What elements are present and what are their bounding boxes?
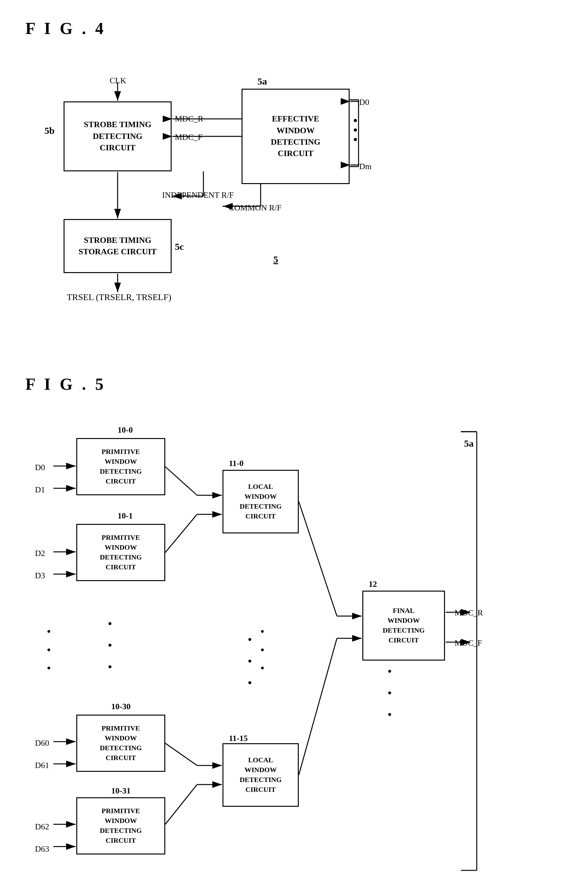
clk-label: CLK — [110, 76, 126, 86]
mid-dots-left: ••• — [108, 613, 112, 678]
dm-label: Dm — [359, 162, 372, 171]
primitive-window-1-box: PRIMITIVEWINDOWDETECTINGCIRCUIT — [76, 524, 165, 581]
primitive-window-31-box: PRIMITIVEWINDOWDETECTINGCIRCUIT — [76, 797, 165, 855]
mid-dots-right: ••• — [248, 629, 252, 694]
local-window-15-box: LOCALWINDOWDETECTINGCIRCUIT — [222, 743, 299, 807]
fig4-label: F I G . 4 — [26, 19, 562, 38]
final-window-box: FINALWINDOWDETECTINGCIRCUIT — [362, 591, 445, 661]
local-window-0-box: LOCALWINDOWDETECTINGCIRCUIT — [222, 470, 299, 533]
fig5-d2: D2 — [35, 549, 45, 558]
fig5-d62: D62 — [35, 822, 49, 832]
fig5-d61: D61 — [35, 761, 49, 770]
fig5-ref-10-31: 10-31 — [111, 786, 130, 796]
vertical-dots-1: ••• — [47, 622, 51, 677]
fig5-d1: D1 — [35, 485, 45, 495]
svg-point-16 — [354, 128, 357, 132]
figure-5: F I G . 5 PRIMITIVEWINDOWDETECTINGCIRCUI… — [26, 375, 562, 885]
vertical-dots-2: ••• — [261, 622, 264, 677]
ref-5c: 5c — [175, 241, 184, 252]
fig5-ref-5a: 5a — [464, 438, 474, 449]
figure-4: F I G . 4 STROBE TIMINGDETECTINGCIRCUIT … — [26, 19, 562, 337]
fig5-mdc-r: MDC_R — [454, 608, 483, 618]
d0-label: D0 — [359, 98, 369, 107]
common-rf-label: COMMON R/F — [229, 203, 281, 213]
fig5-area: PRIMITIVEWINDOWDETECTINGCIRCUIT PRIMITIV… — [26, 406, 534, 885]
svg-point-17 — [354, 138, 357, 141]
fig5-ref-10-0: 10-0 — [118, 425, 133, 435]
fig5-mdc-f: MDC_F — [454, 638, 482, 648]
fig5-label: F I G . 5 — [26, 375, 562, 393]
effective-window-detecting-box: EFFECTIVEWINDOWDETECTINGCIRCUIT — [242, 89, 350, 184]
strobe-timing-storage-box: STROBE TIMINGSTORAGE CIRCUIT — [64, 219, 172, 273]
fig5-ref-10-1: 10-1 — [118, 511, 133, 521]
ref-5a: 5a — [258, 76, 267, 87]
mid-dots-final: ••• — [388, 661, 392, 725]
svg-line-37 — [165, 743, 197, 765]
fig5-ref-11-0: 11-0 — [229, 459, 243, 468]
fig5-d60: D60 — [35, 738, 49, 748]
fig5-ref-10-30: 10-30 — [111, 702, 130, 711]
ref-5: 5 — [273, 254, 278, 265]
fig5-d63: D63 — [35, 844, 49, 854]
ref-5b: 5b — [45, 125, 55, 136]
primitive-window-0-box: PRIMITIVEWINDOWDETECTINGCIRCUIT — [76, 438, 165, 495]
fig5-ref-12: 12 — [369, 579, 377, 589]
primitive-window-30-box: PRIMITIVEWINDOWDETECTINGCIRCUIT — [76, 715, 165, 772]
fig5-ref-11-15: 11-15 — [229, 734, 248, 743]
svg-line-39 — [165, 784, 197, 824]
svg-line-31 — [299, 502, 337, 616]
mdc-f-label: MDC_F — [175, 132, 202, 142]
trsel-label: TRSEL (TRSELR, TRSELF) — [67, 292, 171, 302]
svg-line-29 — [165, 514, 197, 552]
strobe-timing-detecting-box: STROBE TIMINGDETECTINGCIRCUIT — [64, 101, 172, 171]
fig5-d0: D0 — [35, 463, 45, 472]
mdc-r-label: MDC_R — [175, 114, 203, 124]
independent-rf-label: INDEPENDENT R/F — [162, 190, 234, 200]
svg-line-27 — [165, 466, 197, 495]
fig5-d3: D3 — [35, 571, 45, 580]
svg-point-15 — [354, 119, 357, 122]
fig4-area: STROBE TIMINGDETECTINGCIRCUIT EFFECTIVEW… — [26, 51, 534, 337]
svg-line-41 — [299, 638, 337, 775]
